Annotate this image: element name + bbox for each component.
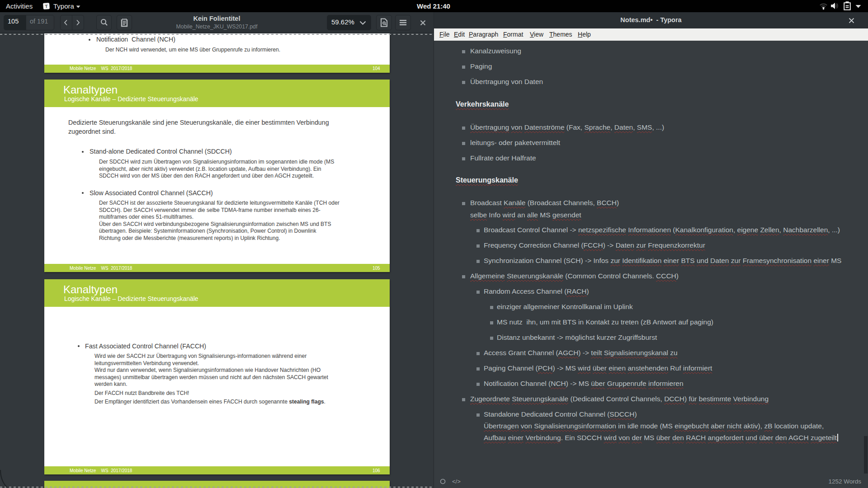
svg-text:T: T bbox=[45, 4, 48, 9]
